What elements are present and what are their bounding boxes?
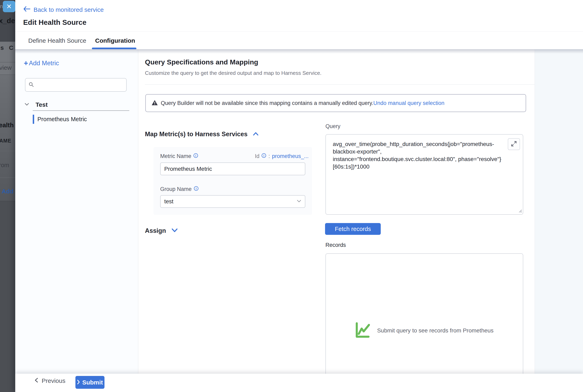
add-metric-label: Add Metric (29, 60, 59, 67)
metric-search-input[interactable] (36, 82, 123, 88)
chevron-right-icon (77, 379, 80, 386)
assign-title: Assign (145, 227, 166, 234)
close-icon: ✕ (6, 3, 12, 10)
backdrop-band-lower (0, 201, 15, 392)
backdrop-divider (0, 201, 15, 201)
backdrop-text-fragment: C (9, 44, 13, 51)
drawer-footer: Previous Submit (15, 374, 583, 392)
drawer-body: + Add Metric Test Prometheus Metric (15, 49, 583, 374)
submit-label: Submit (82, 379, 103, 386)
resize-grip-icon[interactable] (517, 208, 522, 214)
back-link-label: Back to monitored service (33, 6, 104, 13)
backdrop-text-fragment: ealth S (0, 122, 15, 129)
map-metrics-section-header[interactable]: Map Metric(s) to Harness Services (145, 130, 259, 138)
warning-text: Query Builder will not be available sinc… (161, 100, 373, 106)
submit-button[interactable]: Submit (75, 376, 104, 389)
assign-section-header[interactable]: Assign (145, 227, 178, 234)
previous-label: Previous (42, 377, 65, 384)
backdrop-divider (0, 177, 15, 178)
map-metrics-title: Map Metric(s) to Harness Services (145, 130, 248, 138)
records-empty-state: Submit query to see records from Prometh… (326, 322, 523, 339)
tab-define-health-source[interactable]: Define Health Source (28, 32, 86, 50)
chevron-up-icon (253, 132, 259, 136)
metric-item-label: Prometheus Metric (37, 116, 87, 122)
tab-configuration[interactable]: Configuration (95, 32, 135, 50)
group-name-select[interactable]: test (160, 195, 305, 208)
backdrop-text-fragment: x_dev (0, 17, 15, 25)
info-icon (261, 153, 266, 160)
fullscreen-expand-icon (511, 141, 517, 148)
metric-mapping-card: Metric Name Id : prometheus_... Group Na… (153, 147, 312, 215)
backdrop-divider (0, 62, 15, 62)
backdrop-divider (0, 74, 15, 75)
content-right-gutter (535, 49, 583, 374)
backdrop-divider (0, 151, 15, 151)
previous-button[interactable]: Previous (35, 377, 65, 384)
query-editor[interactable]: avg_over_time(probe_http_duration_second… (325, 134, 523, 215)
metric-id-row: Id : prometheus_... (255, 153, 309, 160)
records-empty-text: Submit query to see records from Prometh… (377, 327, 494, 334)
dimmed-background-page: nt x_dev s C view ealth S AME rom Add (0, 0, 15, 392)
backdrop-text-fragment: rom (0, 162, 9, 168)
chevron-down-icon (297, 200, 301, 203)
metric-name-label-row: Metric Name (160, 153, 198, 160)
metric-sidebar: + Add Metric Test Prometheus Metric (15, 49, 138, 374)
line-chart-icon (355, 322, 373, 339)
plus-icon: + (24, 59, 28, 68)
metric-name-label: Metric Name (160, 153, 191, 160)
metric-group-row[interactable]: Test (15, 100, 138, 110)
backdrop-text-fragment: s (0, 44, 4, 51)
page-title: Edit Health Source (23, 18, 86, 26)
expand-query-button[interactable] (508, 138, 520, 150)
close-button[interactable]: ✕ (3, 1, 15, 12)
tree-divider (33, 110, 129, 111)
metric-list-item-selected[interactable]: Prometheus Metric (15, 114, 138, 125)
section-subheading: Customize the query to get the desired o… (145, 70, 322, 76)
query-text[interactable]: avg_over_time(probe_http_duration_second… (333, 140, 505, 170)
warning-icon (151, 100, 158, 106)
info-icon (194, 186, 199, 192)
records-panel: Submit query to see records from Prometh… (325, 253, 523, 384)
query-builder-warning-banner: Query Builder will not be available sinc… (145, 94, 526, 112)
section-heading: Query Specifications and Mapping (145, 58, 258, 66)
undo-manual-query-link[interactable]: Undo manual query selection (373, 100, 445, 106)
fetch-records-button[interactable]: Fetch records (325, 223, 381, 235)
id-label: Id (255, 153, 260, 160)
back-to-monitored-service-link[interactable]: Back to monitored service (23, 6, 104, 13)
drawer-header: Back to monitored service Edit Health So… (15, 0, 583, 32)
id-separator: : (268, 153, 270, 160)
edit-health-source-drawer: Back to monitored service Edit Health So… (15, 0, 583, 392)
back-arrow-icon (23, 6, 30, 13)
info-icon (193, 153, 198, 160)
add-metric-button[interactable]: + Add Metric (24, 59, 59, 68)
metric-id-link[interactable]: prometheus_... (272, 153, 309, 160)
group-name-label: Group Name (160, 186, 192, 192)
metric-name-input[interactable] (160, 162, 305, 175)
tab-bar: Define Health Source Configuration (15, 32, 583, 49)
selected-indicator-bar (33, 115, 34, 124)
backdrop-text-fragment: Add (2, 188, 13, 195)
group-name-label-row: Group Name (160, 186, 199, 192)
records-label: Records (325, 242, 346, 248)
chevron-down-icon (24, 103, 29, 106)
backdrop-text-fragment: AME (0, 138, 11, 144)
chevron-left-icon (35, 377, 38, 384)
metric-group-label: Test (35, 101, 47, 108)
backdrop-text-fragment: view (0, 64, 11, 71)
group-name-selected-value: test (164, 198, 173, 205)
search-icon (29, 82, 34, 88)
metric-search-box[interactable] (25, 78, 127, 92)
chevron-down-icon (172, 228, 178, 233)
query-label: Query (325, 123, 341, 130)
